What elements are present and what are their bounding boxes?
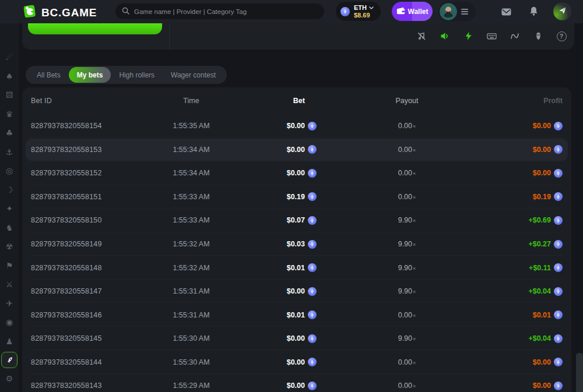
- sidebar-item-fishing[interactable]: ⚓: [0, 143, 19, 162]
- music-off-icon[interactable]: [416, 31, 427, 41]
- brand-logo[interactable]: BC.GAME: [22, 4, 97, 21]
- bet-id: 82879378320558143: [31, 382, 147, 390]
- balance-amount: $8.69: [354, 12, 374, 19]
- sidebar-item-plane[interactable]: ✈: [0, 294, 19, 313]
- sidebar-item-cards[interactable]: ♠: [0, 67, 19, 86]
- bet-row[interactable]: 82879378320558144 1:55:30 AM $0.00 0.00×…: [31, 350, 563, 374]
- hotkeys-keyboard-icon[interactable]: [486, 31, 497, 41]
- sidebar-item-crown[interactable]: ♛: [0, 105, 19, 124]
- col-profit: Profit: [497, 97, 563, 105]
- bet-button[interactable]: [28, 23, 162, 34]
- scrollbar-thumb[interactable]: [576, 353, 583, 392]
- menu-icon: [461, 9, 468, 15]
- sidebar-item-planet[interactable]: ☢: [0, 237, 19, 256]
- bet-amount: $0.19: [235, 192, 317, 201]
- bet-time: 1:55:34 AM: [147, 146, 235, 154]
- balance-selector[interactable]: ETH $8.69: [336, 2, 381, 21]
- tab-all-bets[interactable]: All Bets: [29, 67, 69, 83]
- sidebar-item-knight[interactable]: ♞: [0, 218, 19, 238]
- bet-id: 82879378320558145: [31, 334, 147, 342]
- bet-row[interactable]: 82879378320558149 1:55:32 AM $0.03 9.90×…: [31, 232, 563, 256]
- sidebar-item-eye[interactable]: ◉: [0, 313, 19, 332]
- col-time: Time: [147, 97, 235, 105]
- sidebar-item-flag[interactable]: ⚑: [0, 256, 19, 276]
- rocket-icon: [5, 356, 14, 365]
- eth-coin-icon: [308, 216, 317, 225]
- sidebar-item-fruit[interactable]: ♣: [0, 123, 19, 143]
- bet-time: 1:55:33 AM: [147, 193, 235, 201]
- bet-id: 82879378320558150: [31, 216, 147, 224]
- bet-payout: 0.00×: [317, 169, 497, 177]
- bet-profit: +$0.04: [497, 334, 563, 343]
- sidebar-item-eggs[interactable]: ☽: [0, 181, 19, 200]
- tab-my-bets[interactable]: My bets: [69, 67, 111, 83]
- sidebar-item-swords[interactable]: ⚔: [0, 275, 19, 294]
- bet-payout: 9.90×: [317, 287, 497, 295]
- notifications-bell-icon[interactable]: [529, 6, 538, 19]
- bet-row[interactable]: 82879378320558152 1:55:34 AM $0.00 0.00×…: [31, 161, 563, 185]
- bet-amount: $0.01: [235, 310, 317, 319]
- bc-game-app: BC.GAME ETH $8.69 Wallet: [0, 0, 583, 392]
- bet-payout: 0.00×: [317, 146, 497, 154]
- bet-row[interactable]: 82879378320558146 1:55:31 AM $0.01 0.00×…: [31, 303, 563, 327]
- game-toolbar: ?: [416, 31, 567, 41]
- bet-profit: $0.00: [497, 169, 563, 178]
- bet-row[interactable]: 82879378320558153 1:55:34 AM $0.00 0.00×…: [31, 138, 563, 162]
- bet-profit: $0.01: [497, 310, 563, 319]
- bet-row[interactable]: 82879378320558143 1:55:29 AM $0.00 0.00×…: [31, 374, 563, 392]
- bet-row[interactable]: 82879378320558154 1:55:35 AM $0.00 0.00×…: [31, 114, 563, 138]
- bet-time: 1:55:32 AM: [147, 240, 235, 248]
- sidebar-item-ring[interactable]: ◎: [0, 161, 19, 181]
- bet-row[interactable]: 82879378320558145 1:55:30 AM $0.00 9.90×…: [31, 327, 563, 351]
- sidebar-item-dice[interactable]: ⚄: [0, 86, 19, 105]
- trends-wave-icon[interactable]: [510, 31, 520, 41]
- bet-payout: 9.90×: [317, 264, 497, 272]
- wallet-button[interactable]: Wallet: [392, 2, 433, 21]
- chat-toggle-button[interactable]: [553, 2, 571, 20]
- eth-coin-icon: [308, 310, 317, 319]
- bet-row[interactable]: 82879378320558150 1:55:33 AM $0.07 9.90×…: [31, 209, 563, 232]
- bets-table: Bet ID Time Bet Payout Profit 8287937832…: [22, 87, 571, 392]
- wallet-label: Wallet: [408, 8, 429, 16]
- bet-time: 1:55:35 AM: [147, 122, 235, 130]
- bet-id: 82879378320558151: [31, 193, 147, 201]
- sidebar-item-crash-rocket[interactable]: [1, 352, 17, 368]
- bet-row[interactable]: 82879378320558148 1:55:32 AM $0.01 9.90×…: [31, 256, 563, 280]
- bet-amount: $0.00: [235, 169, 317, 178]
- sidebar-item-pawn[interactable]: ♟: [0, 332, 19, 351]
- top-header: BC.GAME ETH $8.69 Wallet: [0, 0, 583, 23]
- bet-payout: 0.00×: [317, 122, 497, 130]
- eth-coin-icon: [554, 287, 563, 296]
- bet-amount: $0.00: [235, 122, 317, 130]
- bet-payout: 0.00×: [317, 193, 497, 201]
- eth-coin-icon: [308, 169, 317, 178]
- tab-high-rollers[interactable]: High rollers: [111, 67, 163, 83]
- bet-profit: +$0.27: [497, 240, 563, 249]
- avatar: [440, 3, 457, 20]
- bet-amount: $0.03: [235, 240, 317, 249]
- bet-id: 82879378320558146: [31, 311, 147, 319]
- help-icon[interactable]: ?: [556, 31, 567, 41]
- turbo-bolt-icon[interactable]: [463, 31, 473, 41]
- table-body: 82879378320558154 1:55:35 AM $0.00 0.00×…: [31, 114, 563, 392]
- bet-payout: 9.90×: [317, 216, 497, 224]
- search-input[interactable]: [134, 8, 318, 15]
- bet-profit: $0.19: [497, 192, 563, 201]
- sidebar-item-settings[interactable]: ⚙: [0, 369, 19, 389]
- bet-row[interactable]: 82879378320558147 1:55:31 AM $0.00 9.90×…: [31, 280, 563, 303]
- bet-id: 82879378320558152: [31, 169, 147, 177]
- sidebar-item-gem[interactable]: ✦: [0, 199, 19, 218]
- game-search: [115, 3, 324, 19]
- eth-coin-icon: [554, 240, 563, 249]
- sidebar-item-comet[interactable]: ☄: [0, 48, 19, 67]
- eth-coin-icon: [554, 263, 563, 272]
- sound-on-icon[interactable]: [440, 31, 450, 41]
- profile-menu[interactable]: [438, 2, 476, 22]
- eth-coin-icon: [554, 216, 563, 225]
- seeds-icon[interactable]: [533, 31, 543, 41]
- tab-wager-contest[interactable]: Wager contest: [163, 67, 224, 83]
- bet-row[interactable]: 82879378320558151 1:55:33 AM $0.19 0.00×…: [31, 185, 563, 209]
- col-payout: Payout: [317, 97, 497, 105]
- mail-icon[interactable]: [501, 8, 511, 18]
- brand-name: BC.GAME: [41, 6, 97, 19]
